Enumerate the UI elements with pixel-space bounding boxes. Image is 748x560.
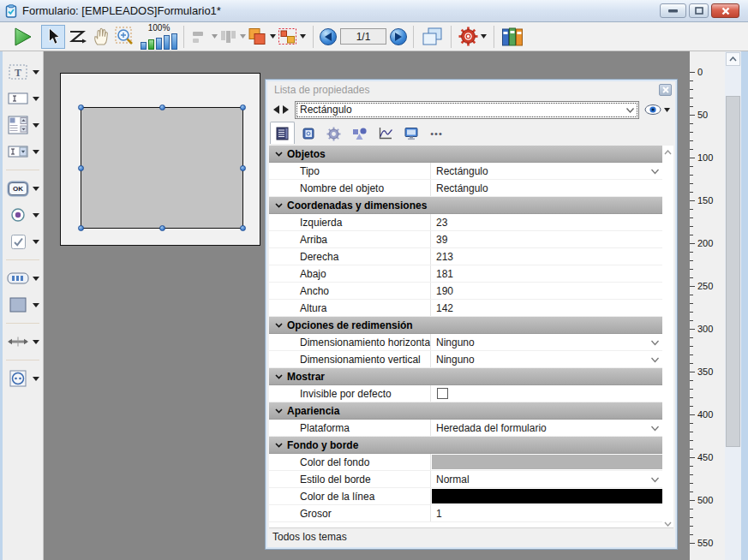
dropdown-caret-icon[interactable] [33, 240, 39, 244]
property-value[interactable]: 190 [430, 283, 665, 299]
input-tool[interactable] [3, 88, 43, 109]
tab-property-list[interactable] [270, 122, 295, 144]
scroll-up-icon[interactable] [663, 147, 673, 157]
group-button[interactable] [277, 25, 307, 49]
distribute-button[interactable] [218, 25, 247, 49]
panel-close-button[interactable] [659, 84, 672, 96]
property-value[interactable]: Normal [430, 471, 665, 487]
selection-handle[interactable] [159, 225, 165, 231]
selection-handle[interactable] [78, 165, 84, 171]
listbox-tool[interactable] [3, 115, 43, 135]
property-grid-scrollbar[interactable] [662, 146, 673, 530]
tab-book[interactable] [296, 123, 320, 144]
dropdown-caret-icon[interactable] [33, 377, 39, 381]
selection-handle[interactable] [240, 104, 246, 110]
explorer-button[interactable] [500, 25, 524, 49]
form-properties-button[interactable] [458, 25, 488, 49]
plugin-area-tool[interactable] [3, 368, 43, 389]
zoom-level-bars[interactable]: 100% [141, 24, 177, 50]
tab-display[interactable] [398, 123, 423, 144]
property-section-header[interactable]: Objetos [269, 146, 665, 163]
property-value[interactable]: 213 [430, 248, 665, 265]
property-value[interactable]: Ninguno [430, 334, 665, 350]
vertical-scrollbar[interactable] [725, 51, 741, 560]
selection-handle[interactable] [240, 225, 246, 231]
property-value[interactable]: 142 [430, 300, 665, 316]
property-value[interactable]: Heredada del formulario [430, 420, 665, 436]
restore-button[interactable] [689, 3, 709, 18]
chevron-down-icon[interactable] [650, 340, 660, 346]
property-value[interactable] [430, 488, 665, 504]
text-tool[interactable]: T [3, 62, 43, 82]
scrollbar-thumb[interactable] [726, 96, 740, 447]
property-value[interactable]: Rectángulo [430, 180, 665, 196]
next-object-icon[interactable] [282, 105, 290, 114]
tab-more[interactable]: ••• [424, 123, 449, 144]
property-value[interactable]: Rectángulo [430, 163, 665, 179]
scroll-up-button[interactable] [726, 52, 740, 66]
property-value[interactable]: 23 [430, 214, 665, 230]
checkbox[interactable] [437, 388, 448, 399]
chevron-down-icon[interactable] [650, 357, 660, 363]
previous-page-button[interactable] [320, 28, 337, 45]
selection-handle[interactable] [78, 104, 84, 110]
move-tool-button[interactable] [89, 25, 113, 49]
tab-actions[interactable] [321, 123, 346, 144]
entry-order-button[interactable] [65, 25, 89, 49]
level-button[interactable] [247, 25, 277, 49]
dropdown-caret-icon[interactable] [33, 97, 39, 101]
dropdown-caret-icon[interactable] [33, 123, 39, 128]
next-page-button[interactable] [390, 28, 407, 45]
selected-rectangle-object[interactable] [81, 107, 243, 229]
color-swatch[interactable] [432, 489, 664, 503]
property-value[interactable] [430, 454, 665, 470]
radio-button-tool[interactable] [3, 205, 43, 225]
splitter-tool[interactable] [3, 331, 43, 352]
chevron-down-icon[interactable] [650, 426, 660, 432]
property-value[interactable]: 1 [430, 505, 665, 521]
chevron-down-icon[interactable] [650, 169, 660, 175]
themes-filter-label[interactable]: Todos los temas [272, 531, 347, 543]
combobox-tool[interactable] [3, 141, 43, 162]
tab-events[interactable] [373, 123, 398, 144]
execute-form-button[interactable] [10, 25, 34, 49]
close-button[interactable] [711, 3, 739, 18]
dropdown-caret-icon[interactable] [33, 340, 39, 344]
property-section-header[interactable]: Apariencia [269, 402, 665, 420]
page-indicator-field[interactable]: 1/1 [340, 28, 386, 45]
selection-handle[interactable] [78, 225, 84, 231]
dropdown-caret-icon[interactable] [664, 108, 670, 112]
align-button[interactable] [190, 25, 218, 49]
dropdown-caret-icon[interactable] [33, 213, 39, 217]
dropdown-caret-icon[interactable] [33, 150, 39, 154]
property-section-header[interactable]: Fondo y borde [269, 437, 665, 454]
dropdown-caret-icon[interactable] [33, 277, 39, 281]
rectangle-tool[interactable] [3, 295, 43, 315]
visibility-eye-icon[interactable] [644, 104, 661, 116]
property-section-header[interactable]: Coordenadas y dimensiones [269, 197, 665, 214]
property-panel-titlebar[interactable]: Lista de propiedades [267, 81, 675, 98]
property-section-header[interactable]: Mostrar [269, 368, 665, 385]
select-tool-button[interactable] [41, 25, 65, 49]
form-canvas[interactable] [60, 73, 260, 246]
chevron-down-icon[interactable] [650, 477, 660, 483]
selection-handle[interactable] [240, 165, 246, 171]
minimize-button[interactable] [660, 3, 686, 18]
property-value[interactable]: 181 [430, 265, 665, 282]
form-pages-button[interactable] [420, 25, 445, 49]
tab-objects[interactable] [347, 123, 372, 144]
dropdown-caret-icon[interactable] [33, 70, 39, 74]
dropdown-caret-icon[interactable] [33, 303, 39, 307]
property-value[interactable]: Ninguno [430, 351, 665, 367]
property-value[interactable] [430, 385, 665, 402]
checkbox-tool[interactable] [3, 231, 43, 252]
property-value[interactable]: 39 [430, 231, 665, 247]
zoom-tool-button[interactable] [113, 25, 137, 49]
tab-control-tool[interactable] [3, 268, 43, 289]
previous-object-icon[interactable] [272, 105, 280, 114]
color-swatch[interactable] [432, 455, 664, 469]
selection-handle[interactable] [159, 104, 165, 110]
object-selector-combobox[interactable]: Rectángulo [295, 101, 639, 119]
dropdown-caret-icon[interactable] [33, 187, 39, 191]
button-tool[interactable]: OK [3, 178, 43, 199]
